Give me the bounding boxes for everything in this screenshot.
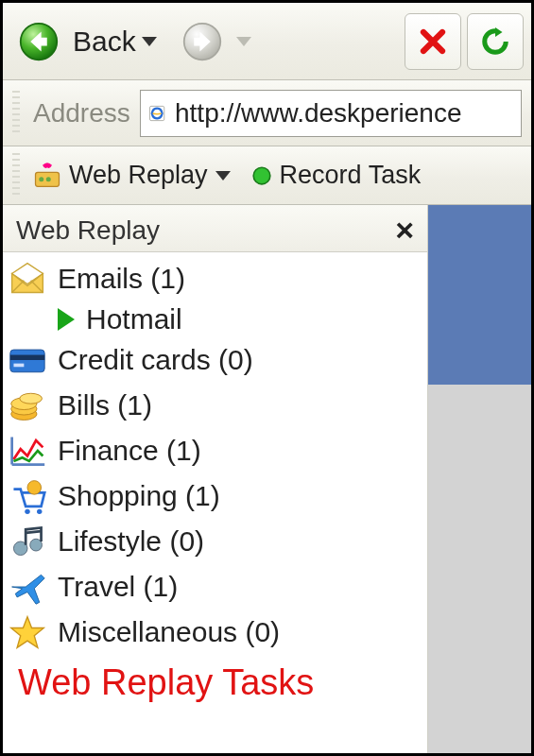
svg-point-4 <box>39 177 43 181</box>
panel-caption: Web Replay Tasks <box>3 655 427 703</box>
task-item[interactable]: Hotmail <box>7 301 423 337</box>
category-item[interactable]: Lifestyle (0) <box>7 519 423 564</box>
category-item[interactable]: Credit cards (0) <box>7 337 423 383</box>
mail-icon <box>7 258 48 300</box>
forward-button[interactable] <box>174 13 231 70</box>
category-label: Credit cards (0) <box>58 344 253 376</box>
web-replay-menu[interactable]: Web Replay <box>33 161 231 190</box>
task-label: Hotmail <box>86 303 182 335</box>
back-label: Back <box>73 26 136 58</box>
category-item[interactable]: Finance (1) <box>7 428 423 473</box>
stop-button[interactable] <box>405 13 461 70</box>
page-body-region <box>428 385 531 753</box>
forward-dropdown-icon[interactable] <box>236 37 251 46</box>
page-content <box>428 205 531 753</box>
nav-toolbar: Back <box>3 3 531 80</box>
category-tree: Emails (1)HotmailCredit cards (0)Bills (… <box>3 252 427 655</box>
svg-point-6 <box>253 167 270 184</box>
record-task-label: Record Task <box>280 161 422 190</box>
svg-point-5 <box>46 177 51 181</box>
category-label: Miscellaneous (0) <box>58 616 280 648</box>
category-label: Finance (1) <box>58 435 201 467</box>
close-icon[interactable]: × <box>389 212 420 249</box>
category-label: Bills (1) <box>58 389 152 421</box>
web-replay-panel: Web Replay × Emails (1)HotmailCredit car… <box>3 205 428 753</box>
category-item[interactable]: Shopping (1) <box>7 473 423 519</box>
lifestyle-icon <box>7 521 48 562</box>
category-label: Travel (1) <box>58 571 178 603</box>
panel-title: Web Replay <box>16 215 160 246</box>
creditcard-icon <box>7 339 48 381</box>
category-item[interactable]: Bills (1) <box>7 383 423 428</box>
play-icon <box>58 308 75 331</box>
back-button[interactable] <box>10 13 67 70</box>
address-bar: Address <box>3 80 531 146</box>
back-button-group[interactable]: Back <box>10 13 157 70</box>
travel-icon <box>7 566 48 608</box>
back-dropdown-icon[interactable] <box>142 37 157 46</box>
address-field[interactable] <box>140 90 522 137</box>
finance-icon <box>7 430 48 472</box>
web-replay-icon <box>33 162 61 190</box>
star-icon <box>7 611 48 653</box>
stop-icon <box>419 27 447 56</box>
refresh-button[interactable] <box>467 13 524 70</box>
category-label: Emails (1) <box>58 263 185 295</box>
record-icon <box>251 165 272 186</box>
refresh-icon <box>481 27 509 56</box>
category-item[interactable]: Emails (1) <box>7 256 423 301</box>
address-label: Address <box>33 98 130 129</box>
web-replay-toolbar: Web Replay Record Task <box>3 146 531 205</box>
category-item[interactable]: Miscellaneous (0) <box>7 610 423 655</box>
record-task-button[interactable]: Record Task <box>251 161 422 190</box>
dropdown-icon <box>215 171 231 180</box>
ie-page-icon <box>148 99 165 128</box>
grip-icon[interactable] <box>12 91 20 136</box>
url-input[interactable] <box>175 98 513 129</box>
grip-icon[interactable] <box>12 153 20 198</box>
web-replay-menu-label: Web Replay <box>69 161 208 190</box>
shopping-icon <box>7 475 48 517</box>
back-icon <box>19 22 59 61</box>
coins-icon <box>7 385 48 426</box>
body: Web Replay × Emails (1)HotmailCredit car… <box>3 205 531 753</box>
panel-header: Web Replay × <box>3 205 427 252</box>
category-item[interactable]: Travel (1) <box>7 564 423 610</box>
forward-icon <box>182 22 222 61</box>
category-label: Lifestyle (0) <box>58 525 204 558</box>
category-label: Shopping (1) <box>58 480 220 512</box>
page-header-region <box>428 205 531 385</box>
